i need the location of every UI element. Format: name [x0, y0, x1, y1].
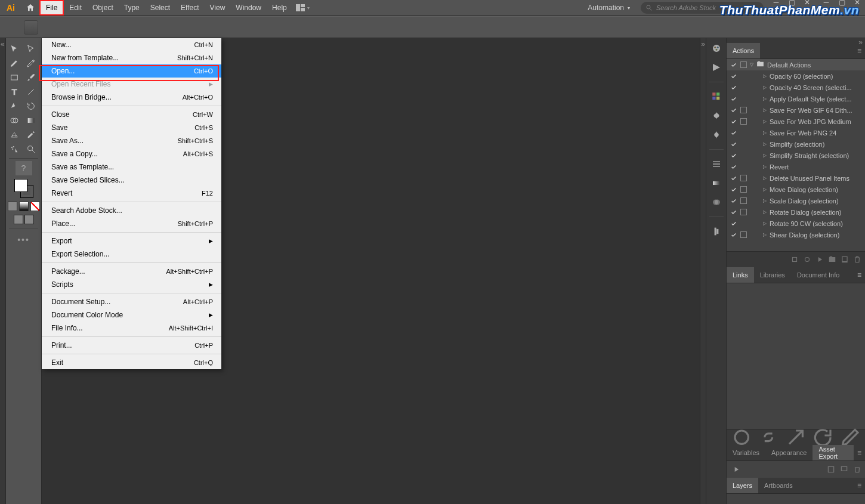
- action-item[interactable]: ▷Save For Web GIF 64 Dith...: [727, 104, 865, 116]
- menu-select[interactable]: Select: [145, 0, 175, 16]
- file-menu-save[interactable]: SaveCtrl+S: [42, 121, 221, 134]
- menu-effect[interactable]: Effect: [175, 0, 204, 16]
- selection-tool[interactable]: [6, 42, 23, 56]
- menu-help[interactable]: Help: [267, 0, 292, 16]
- eyedropper-tool[interactable]: [23, 128, 39, 142]
- file-menu-document-color-mode[interactable]: Document Color Mode▶: [42, 308, 221, 321]
- action-item[interactable]: ▷Rotate Dialog (selection): [727, 206, 865, 218]
- file-menu-file-info[interactable]: File Info...Alt+Shift+Ctrl+I: [42, 321, 221, 335]
- file-menu-save-selected-slices[interactable]: Save Selected Slices...: [42, 174, 221, 187]
- symbol-sprayer-tool[interactable]: [6, 142, 23, 156]
- swatches-panel-icon[interactable]: [708, 89, 725, 104]
- action-item[interactable]: ▷Scale Dialog (selection): [727, 195, 865, 206]
- rectangle-tool[interactable]: [6, 70, 23, 85]
- tab-links[interactable]: Links: [727, 267, 754, 283]
- file-menu-save-as-template[interactable]: Save as Template...: [42, 160, 221, 174]
- inner-maximize-button[interactable]: ▢: [784, 0, 799, 6]
- play-icon[interactable]: [815, 255, 824, 264]
- workspace-switcher[interactable]: Automation▾: [582, 0, 636, 16]
- file-menu-scripts[interactable]: Scripts▶: [42, 278, 221, 291]
- side-collapse[interactable]: »: [700, 38, 706, 504]
- menu-file[interactable]: File: [39, 0, 64, 16]
- tab-artboards[interactable]: Artboards: [758, 478, 799, 493]
- shaper-tool[interactable]: [6, 99, 23, 113]
- export-settings-icon[interactable]: [827, 465, 835, 474]
- tools-collapse[interactable]: «: [0, 38, 6, 504]
- tab-actions[interactable]: Actions: [727, 43, 760, 58]
- fill-swatch[interactable]: [14, 179, 27, 192]
- action-item[interactable]: ▷Rotate 90 CW (selection): [727, 218, 865, 229]
- export-trash-icon[interactable]: [853, 465, 861, 474]
- action-item[interactable]: ▷Shear Dialog (selection): [727, 229, 865, 240]
- file-menu-exit[interactable]: ExitCtrl+Q: [42, 356, 221, 369]
- trash-icon[interactable]: [853, 255, 861, 264]
- home-button[interactable]: [21, 0, 39, 16]
- maximize-button[interactable]: ▢: [834, 0, 849, 6]
- tab-document-info[interactable]: Document Info: [791, 267, 846, 283]
- record-icon[interactable]: [803, 255, 811, 264]
- file-menu-revert[interactable]: RevertF12: [42, 187, 221, 200]
- file-menu-save-as[interactable]: Save As...Shift+Ctrl+S: [42, 134, 221, 147]
- transparency-panel-icon[interactable]: [708, 195, 725, 209]
- paintbrush-tool[interactable]: [23, 70, 39, 85]
- brushes-panel-icon[interactable]: [708, 128, 725, 142]
- stop-icon[interactable]: [790, 255, 799, 264]
- color-mode-button[interactable]: [8, 202, 17, 211]
- draw-normal-button[interactable]: [14, 215, 23, 224]
- export-folder-icon[interactable]: [840, 465, 848, 474]
- menu-object[interactable]: Object: [87, 0, 119, 16]
- file-menu-search-adobe-stock[interactable]: Search Adobe Stock...: [42, 204, 221, 217]
- action-item[interactable]: ▷Save For Web PNG 24: [727, 127, 865, 138]
- color-panel-icon[interactable]: [708, 41, 725, 55]
- new-set-icon[interactable]: [828, 255, 836, 264]
- type-tool[interactable]: [6, 85, 23, 99]
- action-item[interactable]: ▷Simplify (selection): [727, 138, 865, 150]
- tab-asset-export[interactable]: Asset Export: [813, 445, 854, 460]
- file-menu-place[interactable]: Place...Shift+Ctrl+P: [42, 217, 221, 230]
- gradient-mode-button[interactable]: [19, 202, 29, 211]
- perspective-grid-tool[interactable]: [6, 128, 23, 142]
- stroke-panel-icon[interactable]: [708, 157, 725, 171]
- menu-window[interactable]: Window: [230, 0, 267, 16]
- action-item[interactable]: ▷Opacity 60 (selection): [727, 70, 865, 82]
- curvature-tool[interactable]: [23, 56, 39, 70]
- symbols-panel-icon[interactable]: [708, 109, 725, 123]
- search-adobe-stock[interactable]: Search Adobe Stock: [641, 2, 764, 14]
- arrange-documents[interactable]: ▾: [292, 0, 314, 16]
- fill-stroke-indicator[interactable]: [14, 179, 33, 198]
- tab-libraries[interactable]: Libraries: [754, 267, 791, 283]
- action-item[interactable]: ▷Move Dialog (selection): [727, 184, 865, 195]
- color-proxy[interactable]: ?: [16, 161, 32, 175]
- panel-menu-icon[interactable]: ≡: [854, 271, 865, 279]
- draw-behind-button[interactable]: [24, 215, 34, 224]
- menu-view[interactable]: View: [205, 0, 231, 16]
- panel-menu-icon[interactable]: ≡: [854, 449, 865, 457]
- line-segment-tool[interactable]: [23, 85, 39, 99]
- tab-appearance[interactable]: Appearance: [765, 445, 813, 460]
- menu-edit[interactable]: Edit: [64, 0, 87, 16]
- action-item[interactable]: ▷Simplify Straight (selection): [727, 150, 865, 161]
- file-menu-close[interactable]: CloseCtrl+W: [42, 108, 221, 121]
- gradient-panel-icon[interactable]: [708, 176, 725, 190]
- file-menu-print[interactable]: Print...Ctrl+P: [42, 339, 221, 352]
- file-menu-browse-in-bridge[interactable]: Browse in Bridge...Alt+Ctrl+O: [42, 91, 221, 104]
- shape-builder-tool[interactable]: [6, 113, 23, 128]
- pen-tool[interactable]: [6, 56, 23, 70]
- file-menu-save-a-copy[interactable]: Save a Copy...Alt+Ctrl+S: [42, 147, 221, 160]
- rotate-tool[interactable]: [23, 99, 39, 113]
- file-menu-export[interactable]: Export▶: [42, 234, 221, 248]
- action-item[interactable]: ▷Opacity 40 Screen (selecti...: [727, 82, 865, 93]
- file-menu-new[interactable]: New...Ctrl+N: [42, 38, 221, 51]
- actions-folder-row[interactable]: ▽Default Actions: [727, 59, 865, 70]
- panel-menu-icon[interactable]: ≡: [854, 481, 865, 490]
- tab-layers[interactable]: Layers: [727, 478, 758, 493]
- edit-toolbar-button[interactable]: •••: [6, 233, 41, 246]
- file-menu-open[interactable]: Open...Ctrl+O: [42, 64, 221, 78]
- action-item[interactable]: ▷Revert: [727, 161, 865, 172]
- inner-minimize-button[interactable]: ─: [768, 0, 784, 6]
- direct-selection-tool[interactable]: [23, 42, 39, 56]
- file-menu-export-selection[interactable]: Export Selection...: [42, 248, 221, 261]
- file-menu-package[interactable]: Package...Alt+Shift+Ctrl+P: [42, 265, 221, 278]
- action-item[interactable]: ▷Save For Web JPG Medium: [727, 116, 865, 127]
- new-action-icon[interactable]: [841, 255, 849, 264]
